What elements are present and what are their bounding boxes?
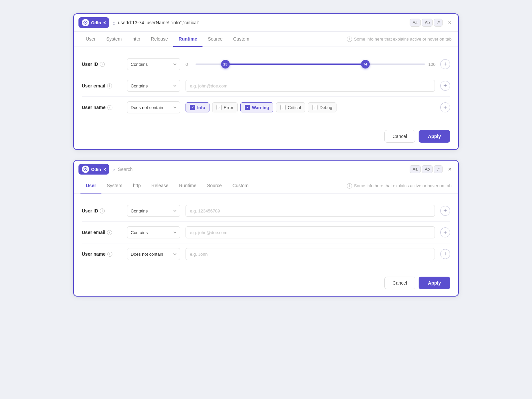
slider-fill-1 (225, 64, 365, 65)
search-input-wrapper-1: ⌕ userId:13-74 userName!:"info","critica… (112, 20, 406, 26)
cancel-button-2[interactable]: Cancel (384, 277, 416, 289)
info-circle-1: i (347, 37, 352, 42)
info-dot-email-2[interactable]: i (107, 230, 112, 235)
filter-label-userid-1: User ID i (82, 62, 122, 67)
tab-http-1[interactable]: http (127, 32, 145, 47)
filter-select-username-2[interactable]: Does not contain Contains (127, 248, 180, 260)
filter-input-userid-2[interactable] (186, 205, 435, 217)
tool-aa-1[interactable]: Aa (410, 19, 421, 27)
tool-aa-2[interactable]: Aa (410, 165, 421, 173)
search-input-1[interactable]: userId:13-74 userName!:"info","critical" (118, 20, 406, 25)
filter-label-text-userid-1: User ID (82, 62, 98, 67)
tab-custom-2[interactable]: Custom (227, 178, 254, 194)
tab-source-1[interactable]: Source (202, 32, 228, 47)
filter-panel-2: Odin ⌕ Aa Ab .* × User System http Relea… (73, 160, 459, 297)
apply-button-2[interactable]: Apply (419, 277, 450, 289)
info-dot-email-1[interactable]: i (107, 83, 112, 88)
range-wrapper-userid-1: 0 13 74 100 (186, 62, 435, 67)
filter-select-username-1[interactable]: Does not contain Contains (127, 101, 180, 113)
filter-row-username-1: User name i Does not contain Contains In… (82, 97, 450, 118)
add-btn-username-2[interactable]: + (440, 249, 450, 259)
add-btn-email-1[interactable]: + (440, 81, 450, 91)
filter-label-email-1: User email i (82, 83, 122, 88)
cb-debug-1[interactable]: Debug (308, 102, 336, 112)
filter-row-email-2: User email i Contains Does not contain + (82, 222, 450, 243)
brand-chevron-1[interactable] (103, 22, 106, 23)
tool-regex-2[interactable]: .* (434, 165, 443, 173)
filter-label-text-username-1: User name (82, 105, 106, 110)
cb-warning-1[interactable]: Warning (240, 102, 274, 112)
tab-info-2: i Some info here that explains active or… (347, 183, 452, 189)
filter-row-userid-2: User ID i Contains Does not contain + (82, 200, 450, 222)
search-input-2[interactable] (118, 167, 406, 172)
info-dot-username-1[interactable]: i (107, 105, 112, 110)
add-btn-userid-1[interactable]: + (440, 59, 450, 69)
search-tools-2: Aa Ab .* (410, 165, 443, 173)
filter-panel-1: Odin ⌕ userId:13-74 userName!:"info","cr… (73, 13, 459, 150)
tool-ab-1[interactable]: Ab (422, 19, 433, 27)
add-btn-userid-2[interactable]: + (440, 206, 450, 216)
filter-select-userid-1[interactable]: Contains Does not contain (127, 58, 180, 70)
tab-user-1[interactable]: User (80, 32, 101, 47)
tab-system-2[interactable]: System (101, 178, 128, 194)
tab-release-2[interactable]: Release (146, 178, 174, 194)
tab-system-1[interactable]: System (101, 32, 127, 47)
cb-box-debug-1 (312, 105, 318, 110)
range-min-label-1: 0 (186, 62, 192, 67)
cancel-button-1[interactable]: Cancel (384, 130, 416, 143)
tab-custom-1[interactable]: Custom (228, 32, 254, 47)
tab-info-text-1: Some info here that explains active or h… (354, 37, 452, 42)
cb-box-critical-1 (280, 105, 286, 110)
brand-chevron-2[interactable] (103, 169, 106, 170)
close-button-2[interactable]: × (446, 165, 454, 174)
svg-point-3 (85, 169, 86, 170)
slider-thumb-high-1[interactable]: 74 (361, 60, 370, 68)
filter-input-username-2[interactable] (186, 248, 435, 260)
info-dot-username-2[interactable]: i (107, 252, 112, 257)
filter-input-email-1[interactable] (186, 80, 435, 92)
filter-footer-1: Cancel Apply (74, 125, 458, 149)
slider-thumb-low-1[interactable]: 13 (221, 60, 230, 68)
cb-critical-1[interactable]: Critical (276, 102, 305, 112)
search-icon-2: ⌕ (112, 167, 115, 172)
tool-ab-2[interactable]: Ab (422, 165, 433, 173)
search-input-wrapper-2: ⌕ (112, 167, 406, 172)
tool-regex-1[interactable]: .* (434, 19, 443, 27)
brand-name-1: Odin (91, 20, 101, 25)
close-button-1[interactable]: × (446, 19, 454, 27)
checkbox-group-1: Info Error Warning Critical Debug (186, 102, 435, 112)
add-btn-username-1[interactable]: + (440, 102, 450, 112)
tab-source-2[interactable]: Source (202, 178, 227, 194)
cb-info-1[interactable]: Info (186, 102, 209, 112)
add-btn-email-2[interactable]: + (440, 227, 450, 237)
brand-badge-2[interactable]: Odin (78, 164, 109, 175)
info-dot-userid-2[interactable]: i (100, 208, 105, 213)
tab-http-2[interactable]: http (128, 178, 146, 194)
tab-release-1[interactable]: Release (146, 32, 173, 47)
filter-label-username-2: User name i (82, 251, 122, 257)
filter-body-2: User ID i Contains Does not contain + Us… (74, 194, 458, 271)
filter-select-userid-2[interactable]: Contains Does not contain (127, 205, 180, 217)
tab-user-2[interactable]: User (80, 178, 101, 194)
range-max-label-1: 100 (428, 62, 435, 67)
tabs-1: User System http Release Runtime Source … (74, 32, 458, 47)
search-bar-2: Odin ⌕ Aa Ab .* × (74, 161, 458, 178)
filter-select-email-2[interactable]: Contains Does not contain (127, 226, 180, 238)
filter-input-email-2[interactable] (186, 226, 435, 238)
info-circle-2: i (347, 183, 352, 189)
cb-box-info-1 (190, 105, 195, 110)
tabs-2: User System http Release Runtime Source … (74, 178, 458, 194)
tab-runtime-2[interactable]: Runtime (174, 178, 202, 194)
filter-select-email-1[interactable]: Contains Does not contain (127, 80, 180, 92)
info-dot-userid-1[interactable]: i (100, 62, 105, 67)
tab-runtime-1[interactable]: Runtime (173, 32, 202, 47)
cb-error-1[interactable]: Error (212, 102, 238, 112)
cb-label-critical-1: Critical (288, 105, 301, 110)
apply-button-1[interactable]: Apply (419, 130, 450, 143)
brand-badge-1[interactable]: Odin (78, 17, 109, 28)
cb-box-error-1 (216, 105, 222, 110)
filter-label-text-userid-2: User ID (82, 208, 98, 213)
cb-label-warning-1: Warning (252, 105, 269, 110)
svg-point-1 (85, 22, 86, 23)
search-tools-1: Aa Ab .* (410, 19, 443, 27)
